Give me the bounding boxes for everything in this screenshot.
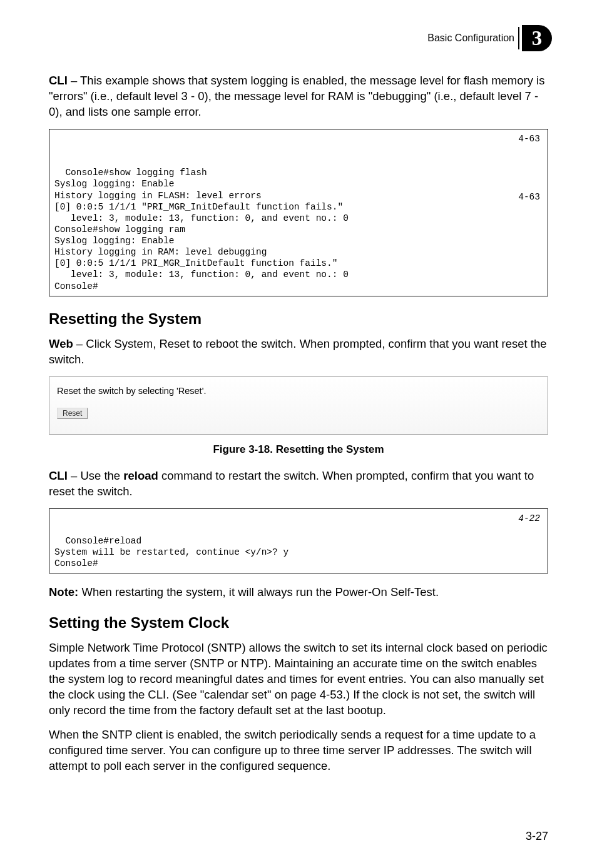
- resetting-heading: Resetting the System: [49, 310, 548, 328]
- cli-reload-paragraph: CLI – Use the reload command to restart …: [49, 468, 548, 500]
- page-ref-flash: 4-63: [518, 133, 540, 144]
- reload-output-text: Console#reload System will be restarted,…: [54, 536, 288, 568]
- reset-ui-panel: Reset the switch by selecting 'Reset'. R…: [49, 376, 548, 435]
- web-reset-paragraph: Web – Click System, Reset to reboot the …: [49, 336, 548, 368]
- reload-command: reload: [123, 469, 158, 482]
- web-reset-text: – Click System, Reset to reboot the swit…: [49, 337, 547, 366]
- restart-note: Note: When restarting the system, it wil…: [49, 585, 548, 600]
- cli-intro-text: – This example shows that system logging…: [49, 74, 544, 118]
- chapter-number-badge: 3: [522, 25, 552, 51]
- reset-button[interactable]: Reset: [57, 408, 88, 419]
- page-header: Basic Configuration 3: [49, 25, 548, 51]
- logging-console-output: 4-63 4-63 Console#show logging flash Sys…: [49, 129, 548, 296]
- logging-output-text: Console#show logging flash Syslog loggin…: [54, 168, 349, 291]
- page-number: 3-27: [526, 830, 548, 843]
- reset-instruction-text: Reset the switch by selecting 'Reset'.: [57, 386, 540, 396]
- cli-label-2: CLI: [49, 469, 68, 482]
- cli-text-pre: – Use the: [68, 469, 123, 482]
- page-ref-reload: 4-22: [518, 513, 540, 524]
- note-label: Note:: [49, 585, 78, 598]
- page-ref-ram: 4-63: [518, 191, 540, 203]
- header-title: Basic Configuration: [427, 33, 514, 44]
- cli-intro-paragraph: CLI – This example shows that system log…: [49, 73, 548, 120]
- clock-paragraph-2: When the SNTP client is enabled, the swi…: [49, 727, 548, 774]
- reload-console-output: 4-22 Console#reload System will be resta…: [49, 508, 548, 574]
- web-label: Web: [49, 337, 73, 350]
- clock-paragraph-1: Simple Network Time Protocol (SNTP) allo…: [49, 640, 548, 719]
- clock-heading: Setting the System Clock: [49, 614, 548, 632]
- cli-label: CLI: [49, 74, 68, 87]
- note-text: When restarting the system, it will alwa…: [78, 585, 439, 598]
- figure-caption: Figure 3-18. Resetting the System: [49, 443, 548, 456]
